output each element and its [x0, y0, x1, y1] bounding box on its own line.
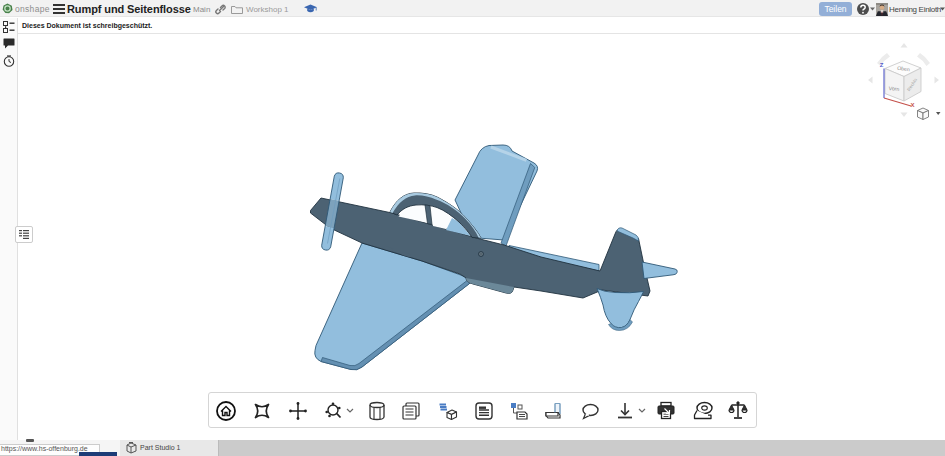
svg-text:X: X [910, 102, 914, 108]
svg-text:Z: Z [880, 62, 884, 68]
svg-text:Vorn: Vorn [888, 85, 899, 92]
